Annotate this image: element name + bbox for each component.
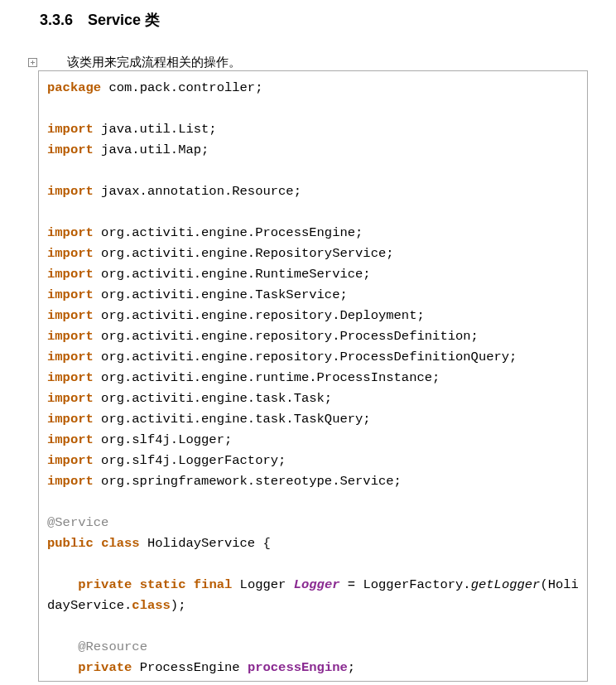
keyword-public: public [47, 536, 94, 551]
keyword-import: import [47, 329, 94, 344]
equals-text: = LoggerFactory. [340, 577, 471, 592]
semicolon: ; [348, 660, 355, 675]
import-text: org.activiti.engine.runtime.ProcessInsta… [94, 370, 440, 385]
keyword-import: import [47, 432, 94, 447]
keyword-import: import [47, 453, 94, 468]
section-heading: 3.3.6Service 类 [0, 0, 616, 30]
annotation-resource: @Resource [78, 639, 147, 654]
keyword-import: import [47, 412, 94, 427]
import-text: org.activiti.engine.repository.ProcessDe… [94, 329, 479, 344]
package-name: com.pack.controller; [101, 80, 262, 95]
import-text: java.util.List; [94, 122, 217, 137]
indent [47, 660, 78, 675]
keyword-import: import [47, 267, 94, 282]
keyword-import: import [47, 474, 94, 489]
process-engine-field: processEngine [248, 660, 348, 675]
keyword-import: import [47, 184, 94, 199]
keyword-import: import [47, 370, 94, 385]
import-text: org.activiti.engine.ProcessEngine; [94, 225, 363, 240]
import-text: org.activiti.engine.task.Task; [94, 391, 332, 406]
keyword-import: import [47, 225, 94, 240]
keyword-import: import [47, 287, 94, 302]
import-text: org.activiti.engine.repository.Deploymen… [94, 308, 425, 323]
section-description: 该类用来完成流程相关的操作。 [67, 55, 241, 70]
import-text: javax.annotation.Resource; [94, 184, 301, 199]
expand-plus-icon[interactable] [28, 58, 37, 67]
pe-type: ProcessEngine [132, 660, 248, 675]
keyword-import: import [47, 350, 94, 364]
keyword-import: import [47, 391, 94, 406]
import-text: org.activiti.engine.task.TaskQuery; [94, 412, 371, 427]
indent [47, 681, 78, 682]
logger-type: Logger [232, 577, 293, 592]
description-row: 该类用来完成流程相关的操作。 [0, 55, 616, 70]
keyword-private: private [78, 660, 132, 675]
section-number: 3.3.6 [40, 12, 73, 28]
logger-end: ); [171, 598, 186, 613]
keyword-static: static [140, 577, 186, 592]
keyword-package: package [47, 80, 101, 95]
keyword-import: import [47, 122, 94, 137]
keyword-import: import [47, 308, 94, 323]
annotation-service: @Service [47, 515, 108, 530]
keyword-import: import [47, 246, 94, 261]
logger-field: Logger [294, 577, 340, 592]
import-text: java.util.Map; [94, 142, 209, 157]
import-text: org.activiti.engine.RepositoryService; [94, 246, 394, 261]
section-title: Service 类 [88, 12, 160, 28]
indent [47, 577, 78, 592]
import-text: org.activiti.engine.repository.ProcessDe… [94, 350, 517, 364]
keyword-private: private [78, 577, 132, 592]
class-name: HolidayService { [140, 536, 271, 551]
import-text: org.slf4j.LoggerFactory; [94, 453, 286, 468]
code-block: package com.pack.controller; import java… [38, 70, 588, 682]
import-text: org.springframework.stereotype.Service; [94, 474, 402, 489]
getlogger-method: getLogger [471, 577, 541, 592]
annotation-resource: @Resource [78, 681, 147, 682]
import-text: org.activiti.engine.RuntimeService; [94, 267, 371, 282]
keyword-import: import [47, 142, 94, 157]
keyword-class-ref: class [132, 598, 171, 613]
import-text: org.slf4j.Logger; [94, 432, 232, 447]
keyword-class: class [101, 536, 140, 551]
indent [47, 639, 78, 654]
keyword-final: final [194, 577, 233, 592]
import-text: org.activiti.engine.TaskService; [94, 287, 348, 302]
